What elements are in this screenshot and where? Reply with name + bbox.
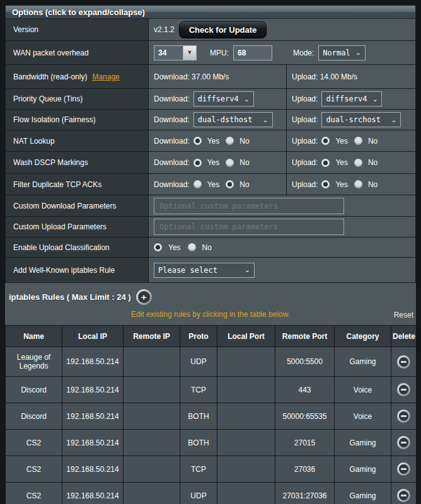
wash-download-yes-radio[interactable]	[193, 159, 202, 167]
nat-download-no-radio[interactable]	[226, 137, 234, 145]
overhead-dropdown-button[interactable]: ▼	[183, 45, 197, 60]
rule-cell-local-port[interactable]	[217, 403, 275, 430]
well-known-rule-select[interactable]: Please select ⌄	[154, 263, 255, 278]
rule-cell-category[interactable]: Gaming	[335, 347, 391, 377]
filter-upload-no-radio[interactable]	[354, 180, 362, 188]
rule-cell-name[interactable]: CS2	[6, 456, 62, 483]
nat-upload-yes-radio[interactable]	[321, 137, 330, 145]
reset-link[interactable]: Reset	[394, 311, 413, 319]
iptables-rules-section: iptables Rules ( Max Limit : 24 ) + Edit…	[5, 283, 416, 504]
flow-download-select[interactable]: dual-dsthost ⌄	[193, 112, 273, 127]
rule-cell-name[interactable]: Discord	[6, 377, 62, 403]
mode-select[interactable]: Normal ⌄	[318, 45, 366, 60]
chevron-down-icon: ⌄	[372, 97, 378, 101]
rule-cell-remote-ip[interactable]	[124, 430, 180, 456]
rule-cell-local-port[interactable]	[217, 483, 275, 504]
minus-icon	[399, 464, 408, 474]
rule-cell-name[interactable]: CS2	[6, 483, 62, 504]
upload-label: Upload:	[292, 137, 318, 146]
col-header-remote-ip: Remote IP	[124, 326, 180, 347]
add-rule-button[interactable]: +	[136, 289, 152, 305]
rule-cell-proto[interactable]: TCP	[180, 456, 217, 483]
rule-cell-category[interactable]: Voice	[335, 377, 391, 403]
rule-cell-proto[interactable]: BOTH	[180, 430, 217, 456]
rule-cell-category[interactable]: Gaming	[335, 483, 391, 504]
priority-download-select[interactable]: diffserv4 ⌄	[193, 91, 254, 106]
rule-cell-local-ip[interactable]: 192.168.50.214	[62, 430, 124, 456]
rule-cell-proto[interactable]: UDP	[180, 483, 217, 504]
filter-upload-yes-radio[interactable]	[321, 180, 330, 188]
rule-cell-local-port[interactable]	[217, 377, 275, 403]
yes-label: Yes	[335, 180, 348, 189]
flow-upload-select[interactable]: dual-srchost ⌄	[321, 112, 401, 127]
rule-cell-category[interactable]: Voice	[335, 403, 391, 430]
rule-cell-proto[interactable]: BOTH	[180, 403, 217, 430]
rule-cell-name[interactable]: Leauge of Legends	[6, 347, 62, 377]
priority-upload-select[interactable]: diffserv4 ⌄	[321, 91, 382, 106]
options-section-header[interactable]: Options (click to expand/collapse)	[5, 5, 416, 19]
delete-rule-button[interactable]	[397, 410, 410, 423]
rule-cell-remote-port[interactable]: 27031:27036	[275, 483, 335, 504]
yes-label: Yes	[168, 243, 181, 252]
upload-label: Upload:	[292, 158, 318, 167]
rule-cell-name[interactable]: CS2	[6, 430, 62, 456]
rule-cell-remote-port[interactable]: 443	[275, 377, 335, 403]
upload-class-no-radio[interactable]	[188, 243, 196, 251]
delete-rule-button[interactable]	[397, 383, 410, 396]
bandwidth-row: Bandwidth (read-only) Manage Download: 3…	[6, 65, 415, 89]
rule-cell-remote-ip[interactable]	[124, 403, 180, 430]
chevron-down-icon: ⌄	[391, 118, 396, 122]
custom-upload-input[interactable]	[154, 219, 344, 235]
yes-label: Yes	[335, 137, 348, 146]
wash-upload-yes-radio[interactable]	[321, 159, 330, 167]
custom-download-input[interactable]	[154, 198, 344, 214]
delete-rule-button[interactable]	[397, 489, 410, 502]
rule-cell-local-port[interactable]	[217, 456, 275, 483]
filter-download-yes-radio[interactable]	[193, 180, 202, 188]
rule-cell-remote-ip[interactable]	[124, 456, 180, 483]
download-label: Download:	[154, 115, 190, 124]
rule-cell-local-ip[interactable]: 192.168.50.214	[62, 403, 124, 430]
rule-cell-local-port[interactable]	[217, 430, 275, 456]
rule-cell-remote-port[interactable]: 50000:65535	[275, 403, 335, 430]
manage-link[interactable]: Manage	[92, 72, 119, 81]
rule-cell-local-port[interactable]	[217, 347, 275, 377]
upload-classification-label: Enable Upload Classification	[6, 238, 149, 257]
check-for-update-button[interactable]: Check for Update	[179, 21, 267, 38]
wash-upload-no-radio[interactable]	[354, 159, 362, 167]
nat-upload-no-radio[interactable]	[354, 137, 362, 145]
filter-download-no-radio[interactable]	[226, 180, 234, 188]
delete-rule-button[interactable]	[397, 462, 410, 476]
rule-cell-remote-ip[interactable]	[124, 347, 180, 377]
rule-cell-local-ip[interactable]: 192.168.50.214	[62, 456, 124, 483]
rule-cell-proto[interactable]: UDP	[180, 347, 217, 377]
upload-class-yes-radio[interactable]	[154, 243, 162, 251]
yes-label: Yes	[207, 180, 220, 189]
delete-rule-button[interactable]	[397, 436, 410, 449]
mpu-input[interactable]	[233, 45, 272, 60]
rule-cell-category[interactable]: Gaming	[335, 456, 391, 483]
flow-upload-value: dual-srchost	[326, 115, 381, 124]
no-label: No	[239, 137, 249, 146]
col-header-proto: Proto	[180, 326, 217, 347]
rule-cell-category[interactable]: Gaming	[335, 430, 391, 456]
rule-cell-local-ip[interactable]: 192.168.50.214	[62, 483, 124, 504]
delete-rule-button[interactable]	[397, 355, 410, 369]
overhead-input[interactable]	[154, 45, 183, 60]
upload-label: Upload:	[292, 115, 318, 124]
rule-cell-remote-port[interactable]: 27036	[275, 456, 335, 483]
rule-cell-remote-ip[interactable]	[124, 377, 180, 403]
priority-upload-value: diffserv4	[326, 94, 367, 103]
rule-cell-proto[interactable]: TCP	[180, 377, 217, 403]
nat-download-yes-radio[interactable]	[193, 137, 202, 145]
rule-cell-name[interactable]: Discord	[6, 403, 62, 430]
version-value: v2.1.2	[154, 25, 175, 34]
mode-label: Mode:	[293, 49, 314, 57]
wash-download-no-radio[interactable]	[226, 159, 234, 167]
rule-cell-delete	[391, 483, 417, 504]
rule-cell-local-ip[interactable]: 192.168.50.214	[62, 347, 124, 377]
rule-cell-remote-port[interactable]: 27015	[275, 430, 335, 456]
rule-cell-local-ip[interactable]: 192.168.50.214	[62, 377, 124, 403]
rule-cell-remote-ip[interactable]	[124, 483, 180, 504]
rule-cell-remote-port[interactable]: 5000:5500	[275, 347, 335, 377]
